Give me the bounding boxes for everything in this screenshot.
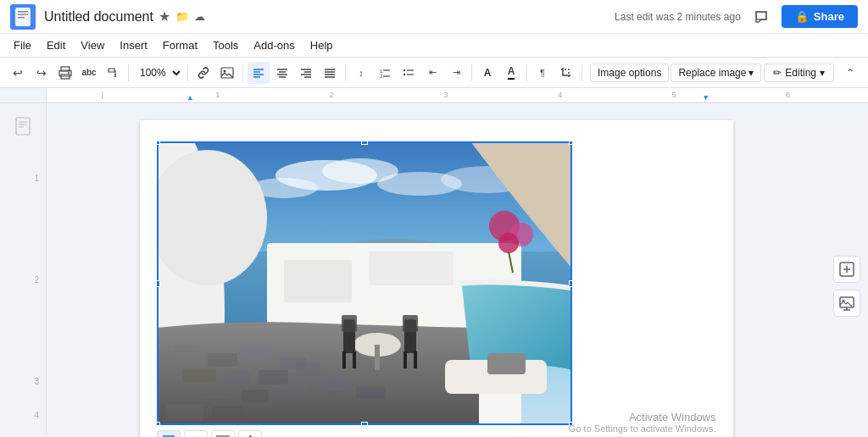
svg-text:2: 2 bbox=[330, 91, 334, 99]
text-color-button[interactable]: A bbox=[500, 62, 522, 84]
svg-rect-5 bbox=[18, 11, 28, 13]
svg-rect-79 bbox=[322, 376, 348, 390]
replace-image-button[interactable]: Replace image ▾ bbox=[670, 64, 761, 82]
redo-button[interactable]: ↪ bbox=[31, 62, 53, 84]
divider-2 bbox=[187, 64, 188, 81]
svg-rect-69 bbox=[208, 353, 237, 367]
decrease-indent-button[interactable]: ⇤ bbox=[421, 62, 443, 84]
activate-subtitle: Go to Settings to activate Windows. bbox=[569, 423, 716, 434]
spellcheck-button[interactable]: abc bbox=[78, 62, 100, 84]
collapse-button[interactable]: ⌃ bbox=[839, 62, 861, 84]
editing-mode-button[interactable]: ✏ Editing ▾ bbox=[764, 64, 834, 82]
title-bar: Untitled document ★ 📁 ☁ Last edit was 2 … bbox=[0, 0, 868, 34]
star-icon[interactable]: ★ bbox=[159, 8, 170, 25]
menu-view[interactable]: View bbox=[74, 36, 111, 54]
svg-rect-66 bbox=[284, 260, 352, 302]
resize-handle-bottom-center[interactable] bbox=[361, 422, 368, 425]
link-icon bbox=[197, 66, 210, 80]
svg-text:|: | bbox=[102, 91, 104, 99]
page-style-icon bbox=[14, 117, 32, 136]
image-wrap-text-button[interactable] bbox=[184, 430, 208, 437]
toolbar: ↩ ↪ abc 100% 75% 125% 150% ↕ 1.2. ⇤ ⇥ A bbox=[0, 58, 868, 88]
svg-rect-82 bbox=[212, 406, 244, 421]
selected-image[interactable] bbox=[157, 141, 572, 425]
increase-indent-button[interactable]: ⇥ bbox=[445, 62, 467, 84]
resize-handle-bottom-left[interactable] bbox=[157, 422, 160, 425]
title-bar-right: Last edit was 2 minutes ago 🔒 Share bbox=[615, 3, 858, 30]
crop-button[interactable] bbox=[555, 62, 577, 84]
svg-point-13 bbox=[224, 69, 226, 72]
ruler-left-margin bbox=[0, 88, 47, 102]
undo-button[interactable]: ↩ bbox=[7, 62, 29, 84]
image-wrap-none-button[interactable] bbox=[157, 430, 181, 437]
highlight-button[interactable]: A bbox=[476, 62, 498, 84]
image-options-button[interactable]: Image options bbox=[590, 64, 669, 82]
cloud-icon[interactable]: ☁ bbox=[194, 10, 205, 23]
menu-addons[interactable]: Add-ons bbox=[247, 36, 301, 54]
align-center-button[interactable] bbox=[271, 62, 293, 84]
paint-icon bbox=[107, 67, 119, 79]
lock-icon: 🔒 bbox=[795, 10, 809, 23]
editing-chevron: ▾ bbox=[820, 67, 825, 79]
menu-format[interactable]: Format bbox=[156, 36, 204, 54]
link-button[interactable] bbox=[192, 62, 214, 84]
page-number-4: 4 bbox=[34, 411, 39, 420]
resize-handle-top-left[interactable] bbox=[157, 141, 160, 145]
svg-rect-90 bbox=[403, 315, 418, 332]
justify-button[interactable] bbox=[319, 62, 341, 84]
resize-handle-middle-left[interactable] bbox=[157, 280, 160, 287]
numbered-list-button[interactable]: 1.2. bbox=[374, 62, 396, 84]
resize-handle-top-center[interactable] bbox=[361, 141, 368, 145]
image-break-text-button[interactable] bbox=[211, 430, 235, 437]
insert-image-button[interactable] bbox=[216, 62, 238, 84]
sidebar-add-image-button[interactable] bbox=[833, 256, 860, 283]
comment-button[interactable] bbox=[748, 3, 775, 30]
page-number-3: 3 bbox=[34, 377, 39, 386]
line-spacing-button[interactable]: ↕ bbox=[350, 62, 372, 84]
image-more-options-button[interactable]: ⋮ bbox=[238, 430, 262, 437]
editing-label: Editing bbox=[785, 67, 816, 79]
sidebar-image-icon bbox=[839, 296, 854, 311]
numbered-list-icon: 1.2. bbox=[379, 67, 391, 79]
replace-image-chevron: ▾ bbox=[748, 67, 754, 79]
zoom-select[interactable]: 100% 75% 125% 150% bbox=[133, 64, 183, 81]
svg-rect-75 bbox=[297, 363, 320, 379]
resize-handle-middle-right[interactable] bbox=[569, 280, 572, 287]
menu-insert[interactable]: Insert bbox=[113, 36, 154, 54]
paragraph-style-button[interactable]: ¶ bbox=[531, 62, 554, 84]
doc-title[interactable]: Untitled document bbox=[44, 9, 153, 25]
svg-rect-84 bbox=[375, 345, 380, 370]
replace-image-label: Replace image bbox=[678, 67, 746, 79]
resize-handle-top-right[interactable] bbox=[569, 141, 572, 145]
menu-tools[interactable]: Tools bbox=[206, 36, 245, 54]
ruler-svg: | 1 2 3 4 5 6 bbox=[47, 88, 868, 102]
svg-point-97 bbox=[498, 233, 519, 253]
svg-rect-80 bbox=[356, 387, 386, 399]
print-icon bbox=[58, 66, 72, 80]
sidebar-replace-image-button[interactable] bbox=[833, 290, 860, 317]
folder-icon[interactable]: 📁 bbox=[175, 10, 189, 23]
doc-area: ⋮ Activate Windows Go to Settings to act… bbox=[47, 103, 826, 437]
print-button[interactable] bbox=[54, 62, 76, 84]
align-right-button[interactable] bbox=[295, 62, 317, 84]
paint-format-button[interactable] bbox=[102, 62, 124, 84]
divider-5 bbox=[471, 64, 472, 81]
menu-file[interactable]: File bbox=[7, 36, 38, 54]
share-label: Share bbox=[814, 10, 844, 23]
image-wrapper: ⋮ bbox=[157, 141, 572, 437]
svg-rect-72 bbox=[182, 368, 216, 382]
image-icon bbox=[220, 66, 234, 80]
share-button[interactable]: 🔒 Share bbox=[782, 5, 858, 28]
text-color-icon: A bbox=[508, 65, 515, 80]
svg-rect-91 bbox=[403, 351, 407, 368]
align-left-button[interactable] bbox=[248, 62, 270, 84]
santorini-image bbox=[157, 141, 572, 425]
menu-edit[interactable]: Edit bbox=[40, 36, 72, 54]
svg-rect-76 bbox=[199, 387, 231, 399]
bullet-list-button[interactable] bbox=[398, 62, 420, 84]
menu-help[interactable]: Help bbox=[303, 36, 340, 54]
divider-1 bbox=[128, 64, 129, 81]
svg-point-34 bbox=[403, 69, 405, 70]
svg-rect-6 bbox=[18, 14, 28, 15]
divider-6 bbox=[526, 64, 527, 81]
